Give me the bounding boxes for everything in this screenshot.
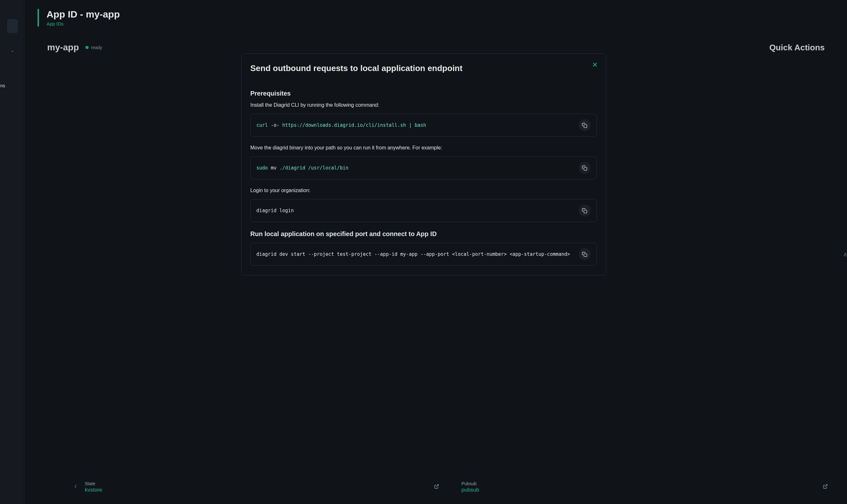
sidebar: ns xyxy=(0,0,25,504)
move-description: Move the diagrid binary into your path s… xyxy=(251,145,597,151)
app-status: ready xyxy=(85,45,102,50)
run-heading: Run local application on specified port … xyxy=(251,230,597,238)
breadcrumb-link[interactable]: App IDs xyxy=(47,21,834,26)
prerequisites-heading: Prerequisites xyxy=(251,90,597,97)
bottom-panels: State kvstore Pubsub pubsub xyxy=(66,476,834,498)
svg-rect-5 xyxy=(584,167,587,170)
modal-title: Send outbound requests to local applicat… xyxy=(251,64,597,73)
right-edge-label: A xyxy=(844,252,847,258)
svg-line-0 xyxy=(436,485,438,487)
sidebar-nav-item[interactable] xyxy=(7,19,18,33)
chevron-left-icon[interactable] xyxy=(73,484,78,491)
status-dot-icon xyxy=(85,46,89,49)
sidebar-truncated-label: ns xyxy=(0,83,5,88)
state-value-link[interactable]: kvstore xyxy=(85,487,428,493)
svg-line-1 xyxy=(825,485,827,487)
move-command: sudo mv ./diagrid /usr/local/bin xyxy=(256,165,348,171)
svg-rect-7 xyxy=(584,254,587,256)
login-description: Login to your organization: xyxy=(251,188,597,193)
modal-dialog: Send outbound requests to local applicat… xyxy=(241,54,606,275)
sidebar-chevron-down[interactable] xyxy=(10,49,15,54)
close-button[interactable] xyxy=(591,61,599,69)
page-title: App ID - my-app xyxy=(47,9,834,20)
status-label: ready xyxy=(91,45,102,50)
svg-rect-6 xyxy=(584,210,587,213)
copy-button[interactable] xyxy=(579,204,591,217)
install-command: curl -o- https://downloads.diagrid.io/cl… xyxy=(256,122,426,128)
copy-button[interactable] xyxy=(579,162,591,174)
install-code-block: curl -o- https://downloads.diagrid.io/cl… xyxy=(251,114,597,137)
external-link-icon[interactable] xyxy=(823,484,828,490)
page-header: App ID - my-app App IDs xyxy=(38,9,834,26)
login-code-block: diagrid login xyxy=(251,199,597,222)
install-description: Install the Diagrid CLI by running the f… xyxy=(251,102,597,108)
login-command: diagrid login xyxy=(256,208,294,213)
move-code-block: sudo mv ./diagrid /usr/local/bin xyxy=(251,157,597,179)
svg-rect-4 xyxy=(584,125,587,127)
pubsub-panel: Pubsub pubsub xyxy=(455,476,834,498)
run-code-block: diagrid dev start --project test-project… xyxy=(251,243,597,266)
run-command: diagrid dev start --project test-project… xyxy=(256,251,570,257)
pubsub-label: Pubsub xyxy=(462,481,816,486)
external-link-icon[interactable] xyxy=(434,484,439,490)
quick-actions-heading: Quick Actions xyxy=(769,43,825,53)
copy-button[interactable] xyxy=(579,119,591,131)
copy-button[interactable] xyxy=(579,248,591,260)
app-name: my-app xyxy=(47,42,79,53)
pubsub-value-link[interactable]: pubsub xyxy=(462,487,816,493)
state-panel: State kvstore xyxy=(66,476,446,498)
state-label: State xyxy=(85,481,428,486)
